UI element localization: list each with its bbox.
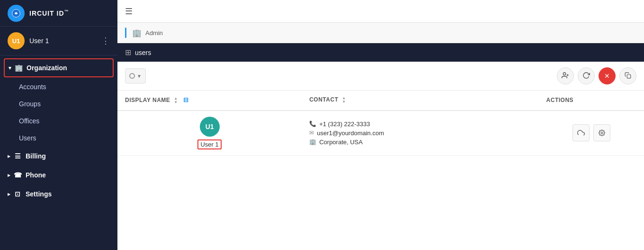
- sidebar-item-phone[interactable]: ▸ ☎ Phone: [0, 166, 117, 185]
- billing-expand-icon: ▸: [8, 153, 10, 159]
- offices-label: Offices: [19, 117, 39, 125]
- col-header-contact[interactable]: CONTACT ▲▼: [302, 91, 538, 111]
- billing-label: Billing: [26, 152, 46, 160]
- actions-cell: [546, 124, 636, 141]
- user-add-button[interactable]: [557, 67, 574, 84]
- office-icon: 🏢: [309, 139, 316, 145]
- contact-email: ✉ user1@yourdomain.com: [309, 130, 531, 137]
- user-menu-icon[interactable]: ⋮: [101, 36, 110, 46]
- svg-point-5: [601, 132, 603, 134]
- copy-button[interactable]: [619, 67, 636, 84]
- breadcrumb-icon: 🏢: [132, 28, 142, 37]
- top-bar: ☰: [117, 0, 644, 23]
- sidebar-item-accounts[interactable]: Accounts: [0, 78, 117, 95]
- contact-cell: 📞 +1 (323) 222-3333 ✉ user1@yourdomain.c…: [309, 120, 531, 146]
- phone-expand-icon: ▸: [8, 172, 10, 178]
- hamburger-icon[interactable]: ☰: [125, 6, 133, 17]
- email-icon: ✉: [309, 130, 314, 136]
- sidebar-item-settings[interactable]: ▸ ⊡ Settings: [0, 185, 117, 204]
- dropdown-arrow-icon: ▼: [137, 74, 142, 79]
- user-avatar: U1: [8, 32, 25, 49]
- td-display-name: U1 User 1: [117, 111, 302, 156]
- app-name: IRCUIT ID™: [29, 9, 69, 17]
- office-name: Corporate, USA: [319, 139, 363, 146]
- table-container: DISPLAY NAME ▲▼ ⊟ CONTACT ▲▼: [117, 91, 644, 250]
- sidebar-item-billing[interactable]: ▸ ☰ Billing: [0, 147, 117, 166]
- phone-number: +1 (323) 222-3333: [319, 120, 370, 128]
- groups-label: Groups: [19, 100, 41, 108]
- user-name-label: User 1: [197, 139, 221, 149]
- toolbar-right: ✕: [557, 67, 636, 84]
- settings-label: Settings: [26, 190, 52, 198]
- phone-label: Phone: [26, 171, 46, 179]
- org-icon: 🏢: [14, 64, 23, 72]
- status-filter-button[interactable]: ▼: [125, 68, 146, 83]
- svg-point-1: [563, 73, 565, 75]
- user-add-icon: [562, 72, 569, 81]
- users-table: DISPLAY NAME ▲▼ ⊟ CONTACT ▲▼: [117, 91, 644, 156]
- sidebar: IRCUIT ID™ U1 User 1 ⋮ ▾ 🏢 Organization …: [0, 0, 117, 250]
- table-header-row: DISPLAY NAME ▲▼ ⊟ CONTACT ▲▼: [117, 91, 644, 111]
- user-section: U1 User 1 ⋮: [0, 27, 117, 56]
- expand-icon: ▾: [9, 65, 11, 71]
- breadcrumb-bar: 🏢 Admin: [117, 23, 644, 43]
- email-address: user1@yourdomain.com: [317, 130, 384, 137]
- sidebar-item-groups[interactable]: Groups: [0, 95, 117, 112]
- user-cell: U1 User 1: [125, 117, 294, 149]
- phone-icon: 📞: [309, 120, 316, 127]
- main-content: ☰ 🏢 Admin ⊞ users ▼: [117, 0, 644, 250]
- accounts-label: Accounts: [19, 83, 46, 91]
- breadcrumb-text: Admin: [145, 29, 163, 37]
- user-name: User 1: [29, 37, 101, 45]
- filter-icon-display-name[interactable]: ⊟: [183, 96, 189, 103]
- sidebar-nav: ▾ 🏢 Organization Accounts Groups Offices…: [0, 56, 117, 205]
- section-title: users: [135, 49, 151, 56]
- sort-icon-display-name: ▲▼: [174, 97, 178, 104]
- section-header-icon: ⊞: [125, 48, 131, 57]
- sidebar-item-offices[interactable]: Offices: [0, 112, 117, 130]
- app-logo: [8, 5, 25, 22]
- td-contact: 📞 +1 (323) 222-3333 ✉ user1@yourdomain.c…: [302, 111, 538, 156]
- table-row: U1 User 1 📞 +1 (323) 222-3333 ✉ user1@yo…: [117, 111, 644, 156]
- col-header-display-name[interactable]: DISPLAY NAME ▲▼ ⊟: [117, 91, 302, 111]
- sidebar-item-organization[interactable]: ▾ 🏢 Organization: [4, 58, 114, 77]
- org-label: Organization: [27, 64, 67, 72]
- delete-button[interactable]: ✕: [599, 67, 616, 84]
- billing-icon: ☰: [13, 152, 22, 160]
- settings-icon: ⊡: [13, 190, 22, 198]
- status-dot: [129, 73, 135, 79]
- cloud-action-button[interactable]: [572, 124, 590, 141]
- copy-icon: [625, 72, 631, 80]
- settings-action-button[interactable]: [593, 124, 610, 141]
- col-header-actions: ACTIONS: [539, 91, 644, 111]
- contact-office: 🏢 Corporate, USA: [309, 139, 531, 146]
- sidebar-header: IRCUIT ID™: [0, 0, 117, 27]
- table-body: U1 User 1 📞 +1 (323) 222-3333 ✉ user1@yo…: [117, 111, 644, 156]
- users-label: Users: [19, 134, 36, 142]
- close-icon: ✕: [604, 72, 610, 80]
- section-header: ⊞ users: [117, 43, 644, 62]
- refresh-icon: [582, 72, 590, 81]
- sidebar-item-users[interactable]: Users: [0, 130, 117, 147]
- breadcrumb-accent: [125, 28, 126, 38]
- user-avatar-table: U1: [200, 117, 220, 137]
- toolbar: ▼: [117, 62, 644, 91]
- phone-icon: ☎: [13, 171, 22, 179]
- sort-icon-contact: ▲▼: [342, 96, 346, 104]
- toolbar-left: ▼: [125, 68, 146, 83]
- svg-rect-4: [627, 74, 631, 78]
- settings-expand-icon: ▸: [8, 191, 10, 197]
- refresh-button[interactable]: [578, 67, 595, 84]
- td-actions: [539, 111, 644, 156]
- contact-phone: 📞 +1 (323) 222-3333: [309, 120, 531, 128]
